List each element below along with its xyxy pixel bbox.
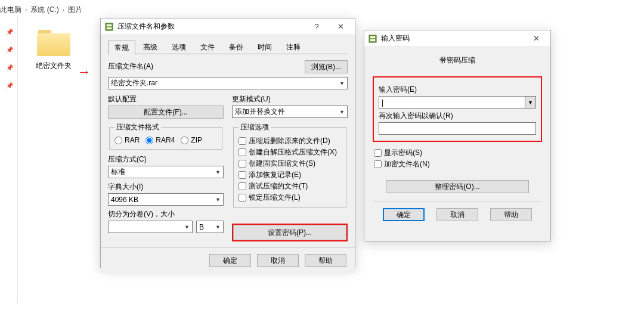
- svg-rect-2: [107, 27, 112, 29]
- chevron-down-icon: ▼: [339, 109, 345, 115]
- options-label: 压缩选项: [239, 122, 271, 132]
- opt-lock[interactable]: 锁定压缩文件(L): [239, 193, 341, 203]
- format-rar[interactable]: RAR: [114, 136, 140, 144]
- folder-item[interactable]: 绝密文件夹: [24, 30, 83, 71]
- tab-general[interactable]: 常规: [108, 41, 135, 55]
- app-icon: [104, 22, 114, 32]
- breadcrumb: 此电脑 › 系统 (C:) › 图片: [0, 5, 82, 15]
- method-combo[interactable]: 标准 ▼: [108, 166, 224, 178]
- enter-password-label: 输入密码(E): [379, 85, 536, 95]
- dict-value: 4096 KB: [111, 196, 138, 204]
- filename-combo[interactable]: 绝密文件夹.rar ▼: [108, 77, 348, 89]
- quick-access-rail: 📌 📌 📌 📌: [0, 17, 18, 303]
- format-rar4[interactable]: RAR4: [145, 136, 175, 144]
- cancel-button[interactable]: 取消: [436, 208, 478, 221]
- breadcrumb-item[interactable]: 此电脑: [0, 5, 21, 15]
- confirm-password-input[interactable]: [379, 122, 536, 135]
- dialog-buttons: 确定 取消 帮助: [101, 247, 355, 273]
- update-mode-value: 添加并替换文件: [235, 107, 285, 117]
- pin-icon: 📌: [6, 47, 12, 52]
- filename-label: 压缩文件名(A): [108, 61, 301, 72]
- opt-test[interactable]: 测试压缩的文件(T): [239, 181, 341, 191]
- archive-dialog: 压缩文件名和参数 ? ✕ 常规 高级 选项 文件 备份 时间 注释 压缩文件名(…: [100, 18, 355, 268]
- dialog-buttons: 确定 取消 帮助: [373, 202, 542, 224]
- folder-icon: [37, 30, 70, 56]
- method-label: 压缩方式(C): [108, 154, 224, 165]
- svg-rect-5: [370, 39, 375, 41]
- format-label: 压缩文件格式: [114, 122, 161, 132]
- enter-password-input[interactable]: [379, 96, 525, 109]
- profile-button[interactable]: 配置文件(F)...: [108, 106, 224, 119]
- split-label: 切分为分卷(V)，大小: [108, 209, 224, 219]
- set-password-button[interactable]: 设置密码(P)...: [233, 225, 346, 240]
- split-unit-combo[interactable]: B ▼: [196, 221, 224, 233]
- ok-button[interactable]: 确定: [209, 254, 251, 267]
- ok-button[interactable]: 确定: [383, 208, 425, 221]
- confirm-password-label: 再次输入密码以确认(R): [379, 111, 536, 121]
- svg-rect-3: [369, 35, 376, 42]
- tab-backup[interactable]: 备份: [222, 40, 250, 54]
- chevron-down-icon: ▼: [184, 224, 190, 230]
- svg-rect-0: [106, 23, 113, 30]
- split-size-combo[interactable]: ▼: [108, 221, 193, 233]
- password-dialog: 输入密码 ✕ 带密码压缩 输入密码(E) ▼ 再次输入密码以确认(R) 显示密码…: [364, 30, 551, 241]
- tab-options[interactable]: 选项: [165, 40, 193, 54]
- show-password-checkbox[interactable]: 显示密码(S): [374, 148, 542, 158]
- breadcrumb-item[interactable]: 系统 (C:): [30, 5, 58, 15]
- dict-combo[interactable]: 4096 KB ▼: [108, 193, 224, 206]
- close-button[interactable]: ✕: [524, 30, 548, 47]
- tab-time[interactable]: 时间: [251, 40, 278, 54]
- pin-icon: 📌: [6, 82, 12, 88]
- opt-sfx[interactable]: 创建自解压格式压缩文件(X): [239, 147, 341, 157]
- titlebar[interactable]: 输入密码 ✕: [364, 30, 550, 47]
- pin-icon: 📌: [6, 64, 12, 70]
- svg-rect-1: [107, 24, 112, 26]
- dict-label: 字典大小(I): [108, 182, 224, 192]
- window-title: 压缩文件名和参数: [117, 21, 175, 32]
- format-zip[interactable]: ZIP: [181, 136, 202, 144]
- update-mode-label: 更新模式(U): [232, 94, 348, 104]
- password-fields: 输入密码(E) ▼ 再次输入密码以确认(R): [373, 76, 542, 142]
- chevron-right-icon: ›: [25, 7, 27, 13]
- opt-solid[interactable]: 创建固实压缩文件(S): [239, 159, 341, 169]
- app-icon: [368, 34, 377, 44]
- svg-rect-4: [370, 36, 375, 38]
- profile-label: 默认配置: [108, 94, 224, 104]
- organize-passwords-button[interactable]: 整理密码(O)...: [386, 180, 529, 193]
- method-value: 标准: [111, 167, 125, 177]
- split-unit-value: B: [199, 223, 204, 231]
- encrypt-names-checkbox[interactable]: 加密文件名(N): [374, 159, 542, 169]
- folder-label: 绝密文件夹: [24, 61, 83, 71]
- breadcrumb-item[interactable]: 图片: [68, 5, 82, 15]
- password-dropdown-button[interactable]: ▼: [525, 96, 536, 109]
- password-header: 带密码压缩: [373, 55, 542, 66]
- close-button[interactable]: ✕: [329, 18, 352, 35]
- options-group: 压缩选项 压缩后删除原来的文件(D) 创建自解压格式压缩文件(X) 创建固实压缩…: [233, 122, 346, 208]
- chevron-down-icon: ▼: [339, 80, 345, 86]
- window-title: 输入密码: [381, 33, 410, 44]
- annotation-arrow: →: [78, 64, 91, 80]
- opt-delete[interactable]: 压缩后删除原来的文件(D): [239, 136, 341, 146]
- chevron-down-icon: ▼: [215, 169, 221, 175]
- pin-icon: 📌: [6, 29, 12, 35]
- chevron-down-icon: ▼: [215, 224, 221, 230]
- tab-advanced[interactable]: 高级: [137, 40, 164, 54]
- opt-recovery[interactable]: 添加恢复记录(E): [239, 170, 341, 180]
- help-button[interactable]: 帮助: [305, 254, 346, 267]
- chevron-down-icon: ▼: [215, 197, 221, 203]
- tab-files[interactable]: 文件: [194, 40, 221, 54]
- titlebar[interactable]: 压缩文件名和参数 ? ✕: [101, 18, 355, 35]
- chevron-right-icon: ›: [63, 7, 64, 13]
- browse-button[interactable]: 浏览(B)...: [305, 60, 348, 73]
- cancel-button[interactable]: 取消: [257, 254, 299, 267]
- help-button[interactable]: ?: [305, 18, 329, 35]
- update-mode-combo[interactable]: 添加并替换文件 ▼: [232, 106, 348, 118]
- tab-strip: 常规 高级 选项 文件 备份 时间 注释: [108, 40, 348, 54]
- tab-comment[interactable]: 注释: [280, 40, 307, 54]
- format-group: 压缩文件格式 RAR RAR4 ZIP: [109, 122, 222, 150]
- help-button[interactable]: 帮助: [490, 208, 532, 221]
- filename-value: 绝密文件夹.rar: [111, 78, 157, 88]
